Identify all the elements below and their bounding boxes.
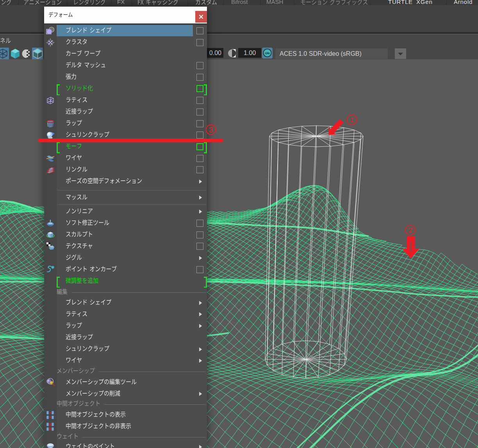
svg-text:2: 2 bbox=[408, 226, 412, 234]
svg-text:3: 3 bbox=[209, 126, 213, 134]
svg-text:1: 1 bbox=[350, 116, 354, 124]
